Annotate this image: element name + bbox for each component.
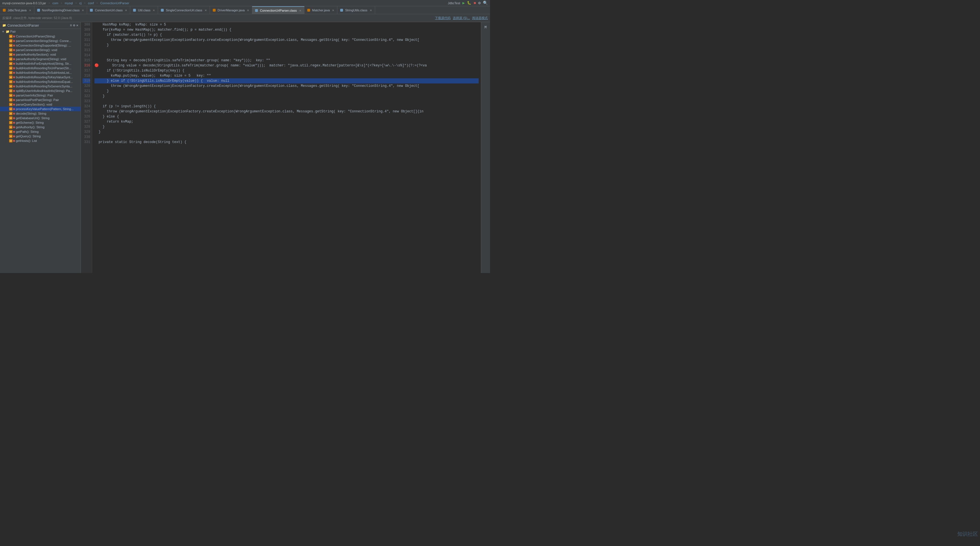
sidebar-item-11[interactable]: MbuildHostInfoResortingToAddressEqual... bbox=[0, 80, 81, 84]
tab-6[interactable]: ConnectionUrlParser.class✕ bbox=[252, 6, 304, 14]
code-line-319[interactable]: } else if (!StringUtils.isNullOrEmpty(va… bbox=[94, 78, 479, 83]
line-num-319: 319 bbox=[83, 78, 90, 83]
run-btn[interactable]: ▶ bbox=[463, 0, 465, 5]
search-btn[interactable]: 🔍 bbox=[483, 0, 488, 5]
line-num-310: 310 bbox=[83, 32, 90, 37]
code-line-313[interactable] bbox=[94, 48, 479, 53]
sidebar-item-5[interactable]: MparseAuthoritySection(): void bbox=[0, 52, 81, 57]
sidebar-item-14[interactable]: MparseUserInfo(String): Pair bbox=[0, 93, 81, 98]
code-line-329[interactable]: } bbox=[94, 129, 479, 135]
debug-run-btn[interactable]: 🐛 bbox=[467, 1, 471, 5]
tab-0[interactable]: JdbcTest.java✕ bbox=[0, 6, 34, 14]
maven-btn[interactable]: M bbox=[482, 23, 490, 31]
code-line-315[interactable]: String key = decode(StringUtils.safeTrim… bbox=[94, 58, 479, 63]
folder-icon: 📁 bbox=[6, 30, 10, 33]
code-line-321[interactable]: } bbox=[94, 89, 479, 94]
method-icon: M bbox=[9, 107, 13, 111]
tab-1[interactable]: NonRegisteringDriver.class✕ bbox=[34, 6, 88, 14]
method-icon: M bbox=[9, 84, 13, 88]
sidebar-item-0[interactable]: ▼📁Pair bbox=[0, 29, 81, 34]
sidebar-item-16[interactable]: MparseQuerySection(): void bbox=[0, 102, 81, 107]
red-dot-icon bbox=[13, 131, 15, 133]
tab-4[interactable]: SingleConnectionUrl.class✕ bbox=[158, 6, 210, 14]
code-text: String value = decode(StringUtils.safeTr… bbox=[100, 63, 427, 68]
reader-mode-link[interactable]: 阅读器模式 bbox=[472, 16, 488, 20]
tab-5[interactable]: DriverManager.java✕ bbox=[210, 6, 252, 14]
code-line-326[interactable]: } else { bbox=[94, 114, 479, 119]
sidebar-item-9[interactable]: MbuildHostInfoResortingToSubHostsList... bbox=[0, 70, 81, 75]
code-line-317[interactable]: if (!StringUtils.isNullOrEmpty(key)) { bbox=[94, 68, 479, 73]
code-line-320[interactable]: throw (WrongArgumentException)ExceptionF… bbox=[94, 83, 479, 89]
method-icon: M bbox=[9, 98, 13, 102]
sidebar-item-24[interactable]: MgetHosts(): List bbox=[0, 138, 81, 143]
sidebar-item-4[interactable]: MparseConnectionString(): void bbox=[0, 48, 81, 52]
tab-2[interactable]: ConnectionUrl.class✕ bbox=[87, 6, 130, 14]
code-text: } bbox=[94, 43, 109, 48]
code-line-327[interactable]: return kvMap; bbox=[94, 119, 479, 124]
line-num-309: 309 bbox=[83, 27, 90, 32]
tab-3[interactable]: Util.class✕ bbox=[130, 6, 158, 14]
red-dot-icon bbox=[13, 40, 15, 42]
code-line-330[interactable] bbox=[94, 135, 479, 140]
code-text: throw (WrongArgumentException)ExceptionF… bbox=[94, 83, 419, 89]
code-line-325[interactable]: throw (WrongArgumentException)ExceptionF… bbox=[94, 109, 479, 114]
sidebar-settings-btn[interactable]: ⚙ bbox=[73, 23, 75, 27]
choose-source-link[interactable]: 选择源 (S)... bbox=[453, 16, 470, 20]
method-icon: M bbox=[9, 126, 13, 129]
sidebar-item-15[interactable]: MparseHostPortPair(String): Pair bbox=[0, 98, 81, 102]
download-source-link[interactable]: 下载源代码 bbox=[435, 16, 450, 20]
line-num-327: 327 bbox=[83, 119, 90, 124]
code-line-311[interactable]: throw (WrongArgumentException)ExceptionF… bbox=[94, 37, 479, 43]
code-line-324[interactable]: if (p != input.length()) { bbox=[94, 104, 479, 109]
sidebar-item-21[interactable]: MgetAuthority(): String bbox=[0, 125, 81, 129]
sidebar-item-6[interactable]: MparseAuthoritySegment(String): void bbox=[0, 57, 81, 61]
line-num-329: 329 bbox=[83, 129, 90, 135]
code-line-331[interactable]: private static String decode(String text… bbox=[94, 140, 479, 145]
code-line-314[interactable] bbox=[94, 53, 479, 58]
sidebar-item-23[interactable]: MgetQuery(): String bbox=[0, 134, 81, 138]
line-num-316: 316 bbox=[83, 63, 90, 68]
line-num-318: 318 bbox=[83, 73, 90, 78]
line-num-331: 331 bbox=[83, 140, 90, 145]
code-text: } bbox=[94, 89, 109, 94]
sidebar-item-7[interactable]: MbuildHostInfoForEmptyHost(String, Str..… bbox=[0, 61, 81, 66]
line-num-325: 325 bbox=[83, 109, 90, 114]
sidebar-item-17[interactable]: MprocessKeyValuePattern(Pattern, String.… bbox=[0, 107, 81, 111]
sidebar-item-8[interactable]: MbuildHostInfoResortingToUriParser(Str..… bbox=[0, 66, 81, 70]
settings-btn[interactable]: ⚙ bbox=[478, 0, 480, 5]
tab-7[interactable]: Matcher.java✕ bbox=[304, 6, 337, 14]
code-line-308[interactable]: HashMap kvMap; kvMap: size = 5 bbox=[94, 22, 479, 27]
stop-btn[interactable]: ■ bbox=[474, 1, 476, 5]
sidebar-item-12[interactable]: MbuildHostInfoResortingToGenericSynta... bbox=[0, 84, 81, 89]
sidebar-item-3[interactable]: MisConnectionStringSupported(String): ..… bbox=[0, 43, 81, 48]
sidebar-item-22[interactable]: MgetPath(): String bbox=[0, 129, 81, 134]
code-line-322[interactable]: } bbox=[94, 94, 479, 99]
line-num-322: 322 bbox=[83, 94, 90, 99]
tab-8[interactable]: StringUtils.class✕ bbox=[337, 6, 375, 14]
sidebar-item-2[interactable]: MparseConnectionString(String): Conne... bbox=[0, 38, 81, 43]
sidebar-item-18[interactable]: Mdecode(String): String bbox=[0, 111, 81, 116]
sidebar-item-10[interactable]: MbuildHostInfoResortingToKeyValueSynt... bbox=[0, 75, 81, 80]
code-line-312[interactable]: } bbox=[94, 43, 479, 48]
file-name: ConnectionUrlParser bbox=[100, 2, 129, 5]
red-dot-icon bbox=[13, 99, 15, 101]
code-line-318[interactable]: kvMap.put(key, value); kvMap: size = 5 k… bbox=[94, 73, 479, 78]
code-line-316[interactable]: 🔴 String value = decode(StringUtils.safe… bbox=[94, 63, 479, 68]
sidebar-item-1[interactable]: MConnectionUrlParser(String) bbox=[0, 34, 81, 38]
red-dot-icon bbox=[13, 76, 15, 78]
code-line-328[interactable]: } bbox=[94, 124, 479, 129]
red-dot-icon bbox=[13, 63, 15, 65]
sidebar-item-20[interactable]: MgetScheme(): String bbox=[0, 120, 81, 125]
method-icon: M bbox=[9, 112, 13, 115]
right-sidebar: M ⌥ ⬛ ⊞ ★ bbox=[481, 22, 490, 273]
code-line-310[interactable]: if (matcher.start() != p) { bbox=[94, 32, 479, 37]
sidebar-close-btn[interactable]: ✕ bbox=[76, 23, 78, 27]
line-num-315: 315 bbox=[83, 58, 90, 63]
sidebar-item-13[interactable]: MsplitByUserInfoAndHostInfo(String): Pa.… bbox=[0, 89, 81, 93]
sidebar-item-19[interactable]: MgetDatabaseUri(): String bbox=[0, 116, 81, 120]
code-line-323[interactable] bbox=[94, 99, 479, 104]
code-line-309[interactable]: for(kvMap = new HashMap(); matcher.find(… bbox=[94, 27, 479, 32]
code-area[interactable]: HashMap kvMap; kvMap: size = 5 for(kvMap… bbox=[92, 22, 481, 273]
sidebar-collapse-btn[interactable]: ≡ bbox=[70, 24, 72, 27]
red-dot-icon bbox=[13, 94, 15, 97]
